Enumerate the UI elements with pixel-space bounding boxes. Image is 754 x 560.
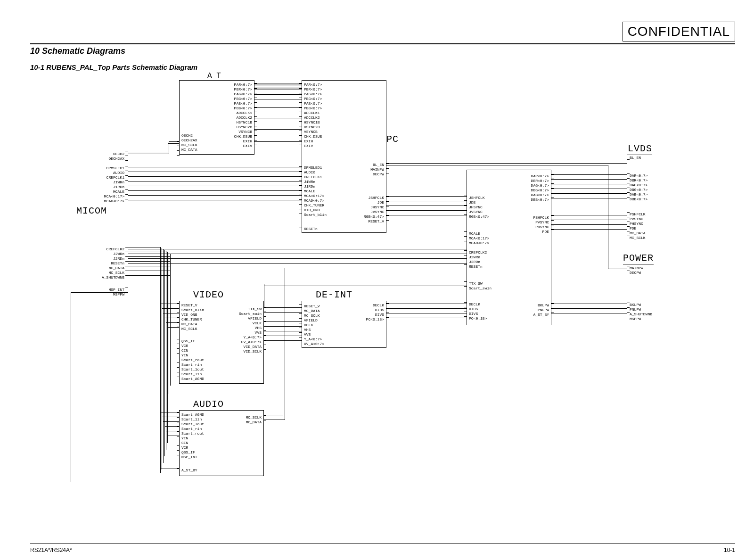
vid-l-bot2: DECLK DIHS DIVS PC<0:15> — [469, 302, 487, 321]
at-left-signals: OECH2 OECH2AX MC_SCLK MC_DATA — [181, 133, 197, 152]
lvds-ext-2: PSHFCLK PVSYNC PHSYNC PDE MC_DATA MC_SCL… — [630, 212, 646, 240]
block-pc: PAR<0:7> PBR<0:7> PAG<0:7> PBG<0:7> PAB<… — [302, 80, 386, 233]
video-label: VIDEO — [193, 289, 224, 300]
confidential-watermark: CONFIDENTIAL — [623, 22, 735, 41]
bus-pc-vid — [386, 196, 467, 197]
pc-l1: PAR<0:7> PBR<0:7> PAG<0:7> PBG<0:7> PAB<… — [304, 82, 322, 148]
video-l1: RESET_V Scart_blin VID_ONB CHK_TUNER MC_… — [181, 303, 204, 331]
deint-label: DE-INT — [316, 289, 352, 300]
audio-l2: A_ST_BY — [181, 468, 197, 473]
vid-l-top: JSHFCLK JDE JHSYNC JVSYNC RGB<0:47> — [469, 196, 489, 219]
bus-micom-pc — [128, 167, 302, 167]
lvds-ext-top: BL_EN — [630, 156, 641, 160]
block-deint: RESET_V MC_DATA MC_SCLK VFIELD VCLK VHS … — [302, 301, 386, 348]
audio-l: Scart_AGND Scart_lin Scart_lout Scart_ri… — [181, 412, 204, 460]
at-right-signals: PAR<0:7> PBR<0:7> PAG<0:7> PBG<0:7> PAB<… — [234, 82, 252, 148]
bus-audio-out — [264, 415, 283, 415]
vid-l-mid: MCALE MCA<0:17> MCAD<0:7> — [469, 231, 489, 246]
video-l2: QSS_IF VCR CIN YIN Scart_rout Scart_rin … — [181, 339, 204, 381]
block-vid: JSHFCLK JDE JHSYNC JVSYNC RGB<0:47> MCAL… — [467, 170, 551, 325]
pc-label: PC — [386, 134, 399, 145]
power-ext-1: MAINPW DECPW — [630, 266, 643, 275]
bus-at-pc — [254, 83, 302, 83]
audio-r: MC_SCLK MC_DATA — [246, 415, 262, 425]
lvds-ext-1: DAR<0:7> DBR<0:7> DAG<0:7> DBG<0:7> DAB<… — [630, 173, 647, 202]
micom-ext-top: OECH2 OECH2AX — [96, 152, 124, 161]
lvds-label: LVDS — [628, 143, 652, 154]
deint-r: DECLK DIHS DIVS PC<0:15> — [366, 303, 384, 322]
section-title: 10 Schematic Diagrams — [30, 46, 125, 56]
vid-l-mid2: CREFCLK2 J2WRn J2RDn RESETn — [469, 250, 487, 269]
at-block-label: A T — [207, 72, 221, 81]
footer-page: 10-1 — [724, 547, 735, 553]
micom-label: MICOM — [76, 206, 107, 216]
trunk-micom-south — [160, 247, 161, 473]
pc-l3: RESETn — [304, 227, 318, 231]
bus-micom-at-a — [128, 153, 168, 153]
bus-vid-lvds — [551, 174, 627, 175]
block-audio: Scart_AGND Scart_lin Scart_lout Scart_ri… — [179, 410, 264, 476]
pc-r2: JSHFCLK JDE JHSYNC JVSYNC RGB<0:47> RESE… — [364, 196, 384, 224]
power-label: POWER — [623, 253, 654, 264]
pc-l2: DPMSLED1 AUDIO CREFCLK1 J1WRn J1RDn MCAL… — [304, 165, 327, 217]
micom-ext-1: DPMSLED1 AUDIO CREFCLK1 J1WRn J1RDn MCAL… — [96, 166, 124, 204]
audio-label: AUDIO — [193, 399, 224, 410]
vid-r-mid: PSHFCLK PVSYNC PHSYNC PDE — [533, 215, 549, 234]
bus-pc-lvds — [386, 163, 627, 164]
vid-l-bot: TTX_SW Scart_swin — [469, 281, 492, 291]
bus-video-vid — [264, 284, 467, 284]
vid-r-top: DAR<0:7> DBR<0:7> DAG<0:7> DBG<0:7> DAB<… — [531, 174, 549, 202]
schematic-diagram: A T OECH2 OECH2AX MC_SCLK MC_DATA PAR<0:… — [66, 73, 702, 506]
bus-deint-vid — [386, 304, 467, 304]
header-rule — [30, 43, 735, 44]
video-r: TTX_SW Scart_swin VFIELD VCLK VHS VVS Y_… — [239, 307, 262, 354]
footer-model: RS21A*/RS24A* — [30, 547, 72, 553]
page-subtitle: 10-1 RUBENS_PAL_Top Parts Schematic Diag… — [30, 63, 197, 71]
pc-r1: BL_EN MAINPW DECPW — [370, 163, 384, 177]
power-ext-2: BKLPW PNLPW A_SHUTDWNB MSPPW — [630, 303, 652, 321]
bus-micom-vid — [128, 249, 467, 249]
footer-rule — [30, 544, 735, 544]
bottom-return — [71, 482, 174, 482]
micom-ext-2: CREFCLK2 J2WRn J2RDn RESETn MC_DATA MC_S… — [96, 247, 124, 280]
deint-l: RESET_V MC_DATA MC_SCLK VFIELD VCLK VHS … — [304, 304, 324, 346]
block-video: RESET_V Scart_blin VID_ONB CHK_TUNER MC_… — [179, 301, 264, 384]
vid-r-bot: BKLPW PNLPW A_ST_BY — [533, 303, 549, 317]
block-at: OECH2 OECH2AX MC_SCLK MC_DATA PAR<0:7> P… — [179, 80, 254, 155]
bus-vid-power — [551, 304, 627, 304]
